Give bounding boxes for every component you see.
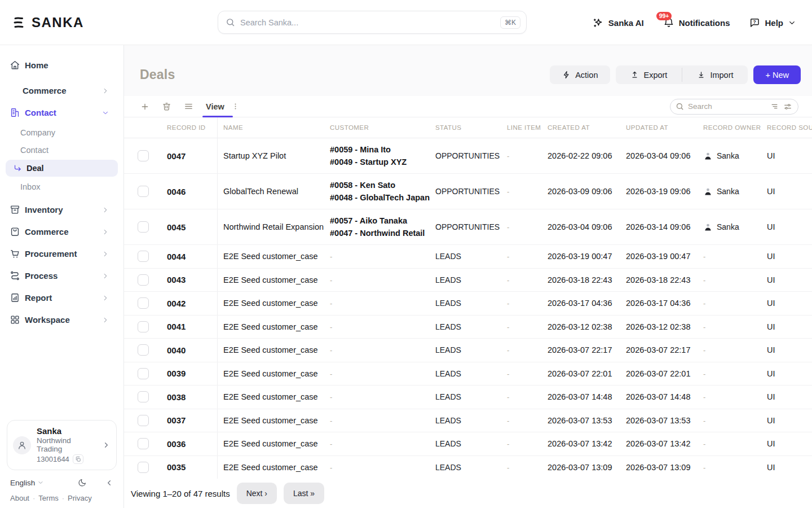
table-search-input[interactable] (688, 102, 770, 111)
sidebar-item-commerce[interactable]: Commerce (0, 221, 123, 243)
new-button[interactable]: + New (753, 65, 801, 84)
sidebar-nav: HomeCommerceContactCompanyContactDealInb… (0, 54, 123, 331)
empty-value: - (703, 440, 705, 448)
sanka-ai-button[interactable]: Sanka AI (592, 17, 644, 29)
row-checkbox[interactable] (138, 297, 149, 309)
row-checkbox[interactable] (138, 344, 149, 356)
sidebar-item-procurement[interactable]: Procurement (0, 243, 123, 265)
table-row[interactable]: 0040E2E Seed customer_case-LEADS-2026-03… (124, 339, 812, 362)
table-row[interactable]: 0039E2E Seed customer_case-LEADS-2026-03… (124, 362, 812, 386)
sidebar-item-workspace[interactable]: Workspace (0, 309, 123, 331)
cell-record-source-value: UI (767, 299, 775, 308)
row-checkbox[interactable] (138, 221, 149, 233)
list-menu-icon[interactable] (184, 102, 193, 111)
table-row[interactable]: 0043E2E Seed customer_case-LEADS-2026-03… (124, 269, 812, 292)
delete-icon[interactable] (162, 102, 171, 111)
column-settings-icon[interactable] (783, 102, 792, 111)
cell-line-item: - (507, 299, 548, 308)
table-row[interactable]: 0036E2E Seed customer_case-LEADS-2026-03… (124, 432, 812, 456)
tab-view[interactable]: View (206, 96, 240, 117)
row-checkbox[interactable] (138, 251, 149, 262)
cell-status: OPPORTUNITIES (435, 222, 507, 231)
notifications-button[interactable]: 99+ Notifications (663, 17, 730, 28)
sidebar-item-inbox[interactable]: Inbox (0, 178, 123, 195)
kebab-menu-icon[interactable] (231, 102, 240, 111)
language-selector[interactable]: English (10, 479, 44, 487)
sanka-ai-label: Sanka AI (608, 18, 644, 28)
table-row[interactable]: 0044E2E Seed customer_case-LEADS-2026-03… (124, 245, 812, 269)
row-checkbox[interactable] (138, 415, 149, 426)
row-checkbox[interactable] (138, 438, 149, 449)
account-card[interactable]: Sanka Northwind Trading 13001644 (7, 420, 117, 470)
sidebar-item-inventory[interactable]: Inventory (0, 199, 123, 221)
cell-updated-at: 2026-03-14 09:06 (626, 222, 703, 231)
sidebar-item-deal[interactable]: Deal (6, 160, 118, 177)
sidebar-item-process[interactable]: Process (0, 265, 123, 287)
cell-created-at-value: 2026-03-19 00:47 (548, 252, 612, 261)
brand-logo[interactable]: SANKA (11, 0, 84, 45)
cell-status-value: LEADS (435, 275, 461, 284)
sidebar-item-contact[interactable]: Contact (0, 102, 123, 124)
sidebar-item-contact[interactable]: Contact (0, 141, 123, 159)
row-checkbox[interactable] (138, 391, 149, 402)
cell-updated-at: 2026-03-07 22:17 (626, 345, 703, 354)
table-row[interactable]: 0047Startup XYZ Pilot#0059 - Mina Ito#00… (124, 138, 812, 174)
cell-status: LEADS (435, 299, 507, 308)
cell-updated-at: 2026-03-18 22:43 (626, 275, 703, 284)
row-checkbox[interactable] (138, 462, 149, 473)
empty-value: - (703, 417, 705, 425)
sidebar-item-home[interactable]: Home (0, 54, 123, 76)
table-row[interactable]: 0038E2E Seed customer_case-LEADS-2026-03… (124, 386, 812, 409)
table-row[interactable]: 0046GlobalTech Renewal#0058 - Ken Sato#0… (124, 174, 812, 209)
cell-created-at-value: 2026-03-09 09:06 (548, 187, 612, 196)
row-checkbox[interactable] (138, 321, 149, 332)
cell-created-at-value: 2026-03-07 14:48 (548, 392, 612, 401)
add-view-button[interactable] (140, 102, 149, 111)
cell-updated-at-value: 2026-03-19 00:47 (626, 252, 691, 261)
sidebar-item-company[interactable]: Company (0, 124, 123, 141)
sidebar-item-commerce[interactable]: Commerce (0, 80, 123, 102)
cell-record-owner: - (703, 345, 767, 354)
cell-updated-at-value: 2026-03-07 13:53 (626, 416, 691, 425)
row-checkbox[interactable] (138, 368, 149, 379)
privacy-link[interactable]: Privacy (68, 494, 92, 502)
record-id-value: 0045 (167, 222, 186, 232)
table-row[interactable]: 0042E2E Seed customer_case-LEADS-2026-03… (124, 292, 812, 316)
table-row[interactable]: 0045Northwind Retail Expansion#0057 - Ai… (124, 209, 812, 245)
export-button[interactable]: Export (616, 65, 682, 84)
cell-customer: #0058 - Ken Sato#0048 - GlobalTech Japan (330, 179, 435, 204)
sidebar-item-report[interactable]: Report (0, 287, 123, 309)
table-row[interactable]: 0041E2E Seed customer_case-LEADS-2026-03… (124, 316, 812, 339)
filter-icon[interactable] (770, 102, 779, 111)
empty-value: - (703, 393, 705, 401)
copy-icon[interactable] (73, 454, 83, 464)
record-id-value: 0043 (167, 275, 186, 284)
cell-record-id: 0036 (159, 432, 218, 456)
cell-status-value: LEADS (435, 369, 461, 378)
import-label: Import (710, 71, 733, 80)
sparkle-icon (592, 17, 604, 29)
cell-created-at: 2026-03-07 13:09 (548, 463, 626, 472)
dark-mode-toggle[interactable] (78, 478, 87, 487)
cell-line-item-value: - (507, 417, 509, 425)
table-row[interactable]: 0037E2E Seed customer_case-LEADS-2026-03… (124, 409, 812, 433)
cell-updated-at-value: 2026-03-12 02:38 (626, 322, 691, 331)
about-link[interactable]: About (10, 494, 29, 502)
action-button[interactable]: Action (550, 65, 610, 84)
import-button[interactable]: Import (682, 65, 748, 84)
row-checkbox[interactable] (138, 274, 149, 286)
cell-record-source-value: UI (767, 439, 775, 448)
cell-line-item-value: - (507, 346, 509, 354)
terms-link[interactable]: Terms (38, 494, 58, 502)
row-checkbox[interactable] (138, 150, 149, 161)
global-search[interactable]: ⌘K (218, 11, 527, 34)
help-button[interactable]: ? Help (749, 17, 796, 28)
table-row[interactable]: 0035E2E Seed customer_case-LEADS-2026-03… (124, 456, 812, 480)
global-search-input[interactable] (240, 18, 500, 27)
row-checkbox[interactable] (138, 186, 149, 197)
cell-line-item: - (507, 439, 548, 448)
table-search[interactable] (670, 99, 798, 115)
next-page-button[interactable]: Next › (237, 483, 277, 504)
sidebar-collapse-button[interactable] (105, 479, 113, 487)
last-page-button[interactable]: Last » (284, 483, 324, 504)
